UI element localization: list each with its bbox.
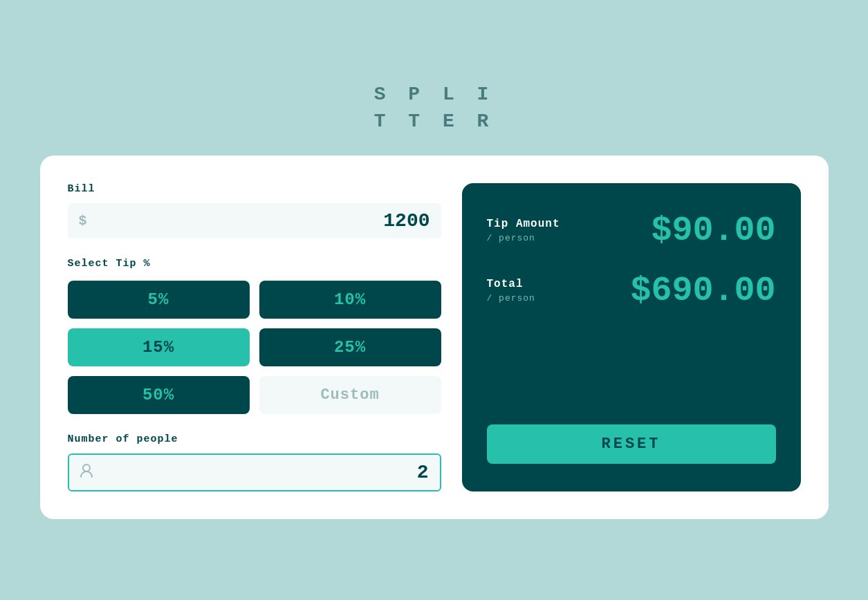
tip-15-button[interactable]: 15% [68, 328, 250, 366]
total-label: Total [487, 278, 535, 290]
person-icon [80, 464, 93, 481]
tip-50-button[interactable]: 50% [68, 376, 250, 414]
tip-buttons-grid: 5% 10% 15% 25% 50% Custom [68, 281, 441, 414]
dollar-sign-icon: $ [79, 213, 87, 229]
tip-custom-button[interactable]: Custom [259, 376, 441, 414]
app-title: S P L I T T E R [374, 81, 495, 135]
people-label: Number of people [68, 433, 441, 445]
tip-10-button[interactable]: 10% [259, 281, 441, 319]
tip-amount-row: Tip Amount / person $90.00 [487, 211, 776, 250]
bill-input[interactable] [94, 210, 430, 232]
left-panel: Bill $ Select Tip % 5% 10% 15% 25% 50% C… [68, 183, 441, 491]
tip-amount-label: Tip Amount [487, 218, 560, 230]
svg-point-0 [83, 465, 90, 471]
total-per-person: / person [487, 293, 535, 303]
reset-button[interactable]: RESET [487, 424, 776, 464]
people-input-wrapper [68, 453, 441, 491]
tip-amount-value: $90.00 [651, 211, 775, 250]
main-card: Bill $ Select Tip % 5% 10% 15% 25% 50% C… [40, 156, 829, 519]
right-panel: Tip Amount / person $90.00 Total / perso… [462, 183, 801, 491]
tip-25-button[interactable]: 25% [259, 328, 441, 366]
people-input[interactable] [100, 462, 429, 483]
bill-input-wrapper: $ [68, 203, 441, 238]
tip-label: Select Tip % [68, 258, 441, 270]
total-row: Total / person $690.00 [487, 271, 776, 310]
total-value: $690.00 [630, 271, 775, 310]
tip-per-person: / person [487, 233, 560, 243]
bill-label: Bill [68, 183, 441, 195]
tip-5-button[interactable]: 5% [68, 281, 250, 319]
results-section: Tip Amount / person $90.00 Total / perso… [487, 211, 776, 331]
